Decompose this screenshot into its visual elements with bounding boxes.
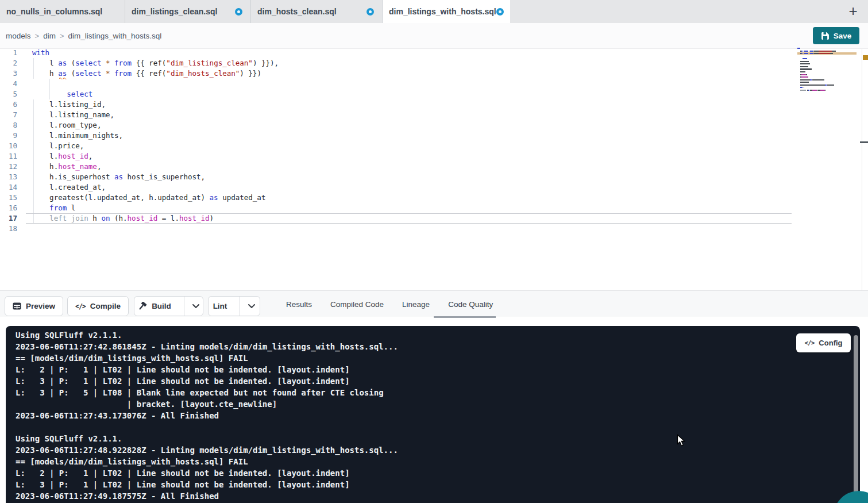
save-button-label: Save — [834, 32, 852, 40]
code-line-4[interactable]: 4 — [0, 79, 868, 89]
file-tab-no_nulls_in_columns.sql[interactable]: no_nulls_in_columns.sql — [0, 0, 125, 23]
chevron-down-icon — [192, 304, 199, 308]
minimap-line — [797, 63, 810, 64]
terminal-line: Using SQLFluff v2.1.1. — [16, 433, 843, 444]
breadcrumb-item[interactable]: dim_listings_with_hosts.sql — [68, 32, 161, 40]
breadcrumb-row: models>dim>dim_listings_with_hosts.sql S… — [0, 23, 868, 49]
code-line-16[interactable]: 16 from l — [0, 203, 868, 213]
config-button-label: Config — [819, 339, 842, 347]
terminal-line: 2023-06-06T11:27:43.173076Z - All Finish… — [16, 410, 843, 421]
code-line-12[interactable]: 12 h.host_name, — [0, 162, 868, 172]
code-line-1[interactable]: 1with — [0, 48, 868, 58]
lint-options-dropdown[interactable] — [240, 297, 263, 316]
code-line-text: l.minimum_nights, — [17, 130, 123, 141]
lint-button-label: Lint — [213, 302, 227, 310]
tab-bar-filler — [510, 0, 868, 23]
breadcrumb-separator: > — [60, 32, 64, 40]
file-tab-label: dim_listings_with_hosts.sql — [389, 7, 496, 16]
config-button[interactable]: </> Config — [796, 333, 851, 352]
line-number: 12 — [0, 162, 17, 172]
terminal-line: L: 3 | P: 1 | LT02 | Line should not be … — [16, 479, 843, 490]
minimap-line — [797, 58, 807, 59]
terminal-line: == [models/dim/dim_listings_with_hosts.s… — [16, 456, 843, 467]
unsaved-changes-dot[interactable] — [496, 8, 504, 16]
line-number: 1 — [0, 48, 17, 58]
build-button[interactable]: Build — [130, 297, 179, 316]
code-line-text: select — [17, 89, 92, 99]
sql-code-editor[interactable]: 1with2 l as (select * from {{ ref("dim_l… — [0, 49, 868, 290]
terminal-line: L: 2 | P: 1 | LT02 | Line should not be … — [16, 364, 843, 375]
lint-button[interactable]: Lint — [205, 297, 236, 316]
minimap[interactable] — [797, 48, 857, 122]
line-number: 17 — [0, 213, 17, 224]
unsaved-changes-dot[interactable] — [235, 8, 242, 16]
file-tab-dim_listings_clean.sql[interactable]: dim_listings_clean.sql — [125, 0, 251, 23]
save-floppy-icon — [821, 32, 830, 40]
build-options-dropdown[interactable] — [184, 297, 207, 316]
file-tab-dim_listings_with_hosts.sql[interactable]: dim_listings_with_hosts.sql — [383, 0, 510, 23]
code-line-14[interactable]: 14 l.created_at, — [0, 182, 868, 193]
code-line-5[interactable]: 5 select — [0, 89, 868, 99]
code-line-text: l as (select * from {{ ref("dim_listings… — [17, 58, 279, 68]
code-line-text — [17, 79, 32, 89]
code-line-7[interactable]: 7 l.listing_name, — [0, 110, 868, 120]
file-tab-label: no_nulls_in_columns.sql — [6, 7, 102, 16]
preview-button[interactable]: Preview — [5, 296, 63, 316]
new-tab-button[interactable]: + — [844, 2, 862, 20]
minimap-line — [797, 76, 808, 78]
code-line-text: with — [17, 48, 49, 58]
minimap-line — [797, 74, 807, 75]
code-line-6[interactable]: 6 l.listing_id, — [0, 99, 868, 110]
code-line-11[interactable]: 11 l.host_id, — [0, 151, 868, 162]
line-number: 11 — [0, 151, 17, 162]
code-line-18[interactable]: 18 — [0, 224, 868, 234]
line-number: 15 — [0, 193, 17, 203]
minimap-line — [797, 53, 833, 54]
code-line-9[interactable]: 9 l.minimum_nights, — [0, 130, 868, 141]
code-line-2[interactable]: 2 l as (select * from {{ ref("dim_listin… — [0, 58, 868, 68]
panel-tab-results[interactable]: Results — [286, 300, 312, 309]
overview-ruler-warning-marker — [863, 55, 868, 60]
minimap-line — [797, 90, 825, 91]
terminal-line: L: 3 | P: 1 | LT02 | Line should not be … — [16, 375, 843, 387]
save-button[interactable]: Save — [813, 27, 859, 44]
code-brackets-icon: </> — [75, 302, 86, 310]
file-tab-dim_hosts_clean.sql[interactable]: dim_hosts_clean.sql — [251, 0, 383, 23]
code-line-text: l.room_type, — [17, 120, 101, 130]
panel-tab-code-quality[interactable]: Code Quality — [448, 300, 493, 309]
code-line-17[interactable]: 17 left join h on (h.host_id = l.host_id… — [0, 213, 868, 224]
line-number: 4 — [0, 79, 17, 89]
terminal-line: Using SQLFluff v2.1.1. — [16, 329, 843, 341]
line-number: 10 — [0, 141, 17, 151]
build-split-button: Build — [134, 296, 203, 316]
file-tab-label: dim_hosts_clean.sql — [257, 7, 337, 16]
unsaved-changes-dot[interactable] — [367, 8, 374, 16]
breadcrumb-item[interactable]: dim — [43, 32, 56, 40]
breadcrumb: models>dim>dim_listings_with_hosts.sql — [6, 23, 161, 49]
breadcrumb-item[interactable]: models — [6, 32, 31, 40]
terminal-scrollbar[interactable] — [854, 335, 858, 503]
file-tab-label: dim_listings_clean.sql — [132, 7, 217, 16]
lint-output-terminal[interactable]: Using SQLFluff v2.1.1.2023-06-06T11:27:4… — [6, 326, 860, 503]
panel-tab-lineage[interactable]: Lineage — [402, 300, 430, 309]
terminal-line: 2023-06-06T11:27:48.922828Z - Linting mo… — [16, 444, 843, 456]
compile-button[interactable]: </> Compile — [67, 296, 129, 316]
panel-tab-compiled-code[interactable]: Compiled Code — [330, 300, 384, 309]
active-panel-tab-underline — [434, 316, 496, 318]
code-line-10[interactable]: 10 l.price, — [0, 141, 868, 151]
code-line-15[interactable]: 15 greatest(l.updated_at, h.updated_at) … — [0, 193, 868, 203]
compile-button-label: Compile — [90, 302, 121, 310]
code-line-text: left join h on (h.host_id = l.host_id) — [17, 213, 214, 224]
terminal-line — [16, 421, 843, 433]
code-line-3[interactable]: 3 h as (select * from {{ ref("dim_hosts_… — [0, 68, 868, 79]
code-line-text: l.price, — [17, 141, 84, 151]
build-button-label: Build — [152, 302, 171, 310]
line-number: 7 — [0, 110, 17, 120]
terminal-line: L: 3 | P: 5 | LT08 | Blank line expected… — [16, 387, 843, 398]
code-line-13[interactable]: 13 h.is_superhost as host_is_superhost, — [0, 172, 868, 182]
terminal-line: | bracket. [layout.cte_newline] — [16, 398, 843, 410]
line-number: 16 — [0, 203, 17, 213]
minimap-line — [797, 66, 808, 67]
code-line-8[interactable]: 8 l.room_type, — [0, 120, 868, 130]
minimap-line — [797, 79, 824, 80]
